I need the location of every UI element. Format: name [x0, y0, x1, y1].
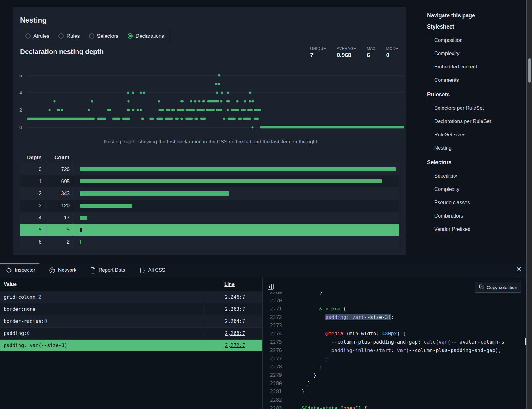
- svg-text:2: 2: [19, 107, 22, 112]
- depth-cell: 6: [20, 236, 46, 248]
- radio-circle-icon: [128, 33, 133, 39]
- value-column-header: Value: [0, 282, 194, 287]
- sidebar-title: Navigate this page: [427, 12, 524, 19]
- stat-value: 0: [386, 52, 399, 59]
- line-number: 2272: [263, 313, 282, 322]
- sidebar-item-selectors-per-ruleset[interactable]: Selectors per RuleSet: [428, 101, 524, 115]
- code-text: }: [296, 292, 322, 297]
- table-row[interactable]: 417: [20, 212, 399, 224]
- line-link[interactable]: 2,272:7: [225, 343, 245, 348]
- code-text: }: [296, 371, 316, 380]
- table-row[interactable]: 3120: [20, 200, 399, 212]
- code-line: 2270: [263, 297, 526, 305]
- nesting-scatter-chart: 0246: [18, 68, 405, 143]
- radio-atrules[interactable]: Atrules: [25, 33, 49, 39]
- table-row[interactable]: 1695: [20, 175, 399, 187]
- expand-panel-icon[interactable]: [268, 284, 274, 291]
- tab-label: Network: [58, 267, 76, 273]
- code-text: &[data-state="open"] {: [296, 404, 367, 409]
- sidebar-section-selectors: Selectors: [427, 159, 524, 166]
- code-line: 2272 padding: var(--size-3);: [263, 313, 526, 322]
- table-row[interactable]: 62: [20, 236, 399, 248]
- count-cell: 695: [46, 175, 73, 187]
- svg-text:0: 0: [19, 125, 22, 130]
- table-row[interactable]: 2343: [20, 187, 399, 200]
- close-icon[interactable]: ✕: [516, 266, 521, 272]
- code-text: & > pre {: [296, 305, 346, 313]
- chart-heading: Declaration nesting depth: [20, 48, 104, 56]
- radio-label: Rules: [67, 33, 80, 39]
- sidebar-item-combinators[interactable]: Combinators: [428, 209, 524, 222]
- sidebar-item-vendor-prefixed[interactable]: Vendor Prefixed: [428, 222, 524, 236]
- text-caret: [525, 338, 526, 345]
- depth-cell: 5: [20, 224, 46, 236]
- value-row[interactable]: padding: 02,268:7: [0, 327, 262, 339]
- stat-value: 0.968: [337, 52, 356, 59]
- line-column-header[interactable]: Line: [194, 282, 262, 287]
- line-link[interactable]: 2,264:7: [225, 319, 245, 324]
- sidebar-item-pseudo-classes[interactable]: Pseudo classes: [428, 196, 524, 209]
- count-cell: 17: [46, 212, 73, 224]
- radio-circle-icon: [58, 33, 64, 39]
- line-link[interactable]: 2,268:7: [225, 331, 245, 336]
- sidebar-group-stylesheet: CompositionComplexityEmbedded contentCom…: [428, 33, 524, 87]
- sidebar-item-ruleset-sizes[interactable]: RuleSet sizes: [428, 128, 524, 141]
- sidebar-item-composition[interactable]: Composition: [428, 33, 524, 47]
- value-row[interactable]: padding: var(--size-3)2,272:7: [0, 339, 262, 351]
- declaration-value: padding: var(--size-3): [0, 340, 204, 351]
- page-title: Nesting: [20, 16, 47, 24]
- sidebar-item-embedded-content[interactable]: Embedded content: [428, 60, 524, 73]
- table-row[interactable]: 0726: [20, 163, 399, 175]
- tab-inspector[interactable]: Inspector: [6, 267, 35, 274]
- value-row[interactable]: border: none2,263:7: [0, 303, 262, 315]
- radio-declarations[interactable]: Declarations: [128, 33, 164, 39]
- stat-unique: UNIQUE7: [310, 46, 326, 59]
- value-row[interactable]: border-radius: 02,264:7: [0, 315, 262, 327]
- line-link[interactable]: 2,263:7: [225, 306, 245, 312]
- count-bar: [80, 228, 82, 232]
- radio-label: Atrules: [33, 33, 49, 39]
- value-row[interactable]: grid-column: 22,246:7: [0, 291, 262, 303]
- page-scrollbar-thumb[interactable]: [528, 58, 531, 83]
- radio-label: Selectors: [97, 33, 119, 39]
- code-scroll-area[interactable]: 2269 }22702271 & > pre {2272 padding: va…: [263, 292, 526, 409]
- line-number: 2275: [263, 338, 282, 346]
- depth-cell: 0: [20, 163, 46, 175]
- line-number: 2280: [263, 380, 282, 388]
- target-icon: [6, 267, 12, 274]
- count-column-header: Count: [46, 155, 69, 161]
- code-text: }: [296, 380, 310, 388]
- sidebar-item-specificity[interactable]: Specificity: [428, 169, 524, 183]
- sidebar-item-comments[interactable]: Comments: [428, 73, 524, 87]
- radio-selectors[interactable]: Selectors: [89, 33, 119, 39]
- sidebar-item-complexity[interactable]: Complexity: [428, 47, 524, 60]
- code-line: 2281 }: [263, 388, 526, 396]
- count-cell: 343: [46, 187, 73, 200]
- sidebar-item-nesting[interactable]: Nesting: [428, 141, 524, 155]
- code-line: 2283 &[data-state="open"] {: [263, 404, 526, 409]
- count-bar: [80, 167, 396, 171]
- table-row[interactable]: 55: [20, 224, 399, 236]
- radio-circle-icon: [89, 33, 94, 39]
- network-icon: [49, 267, 55, 274]
- line-number: 2269: [263, 292, 282, 297]
- bar-cell: [73, 228, 399, 232]
- line-number: 2274: [263, 330, 282, 338]
- page-scrollbar-track[interactable]: [526, 0, 532, 409]
- line-number: 2271: [263, 305, 282, 313]
- sidebar-item-declarations-per-ruleset[interactable]: Declarations per RuleSet: [428, 115, 524, 128]
- tab-network[interactable]: Network: [49, 267, 76, 274]
- sidebar-group-selectors: SpecificityComplexityPseudo classesCombi…: [428, 169, 524, 236]
- tab-report-data[interactable]: Report Data: [90, 267, 125, 274]
- copy-selection-button[interactable]: Copy selection: [475, 282, 521, 293]
- line-link[interactable]: 2,246:7: [225, 294, 245, 300]
- sidebar-group-rulesets: Selectors per RuleSetDeclarations per Ru…: [428, 101, 524, 155]
- code-text: }: [296, 355, 328, 363]
- depth-cell: 4: [20, 212, 46, 224]
- declaration-value: border: none: [0, 303, 204, 315]
- radio-rules[interactable]: Rules: [58, 33, 80, 39]
- tab-all-css[interactable]: All CSS: [139, 267, 165, 274]
- line-cell: 2,263:7: [204, 303, 262, 315]
- sidebar-item-complexity[interactable]: Complexity: [428, 183, 524, 196]
- stat-label: UNIQUE: [310, 46, 326, 51]
